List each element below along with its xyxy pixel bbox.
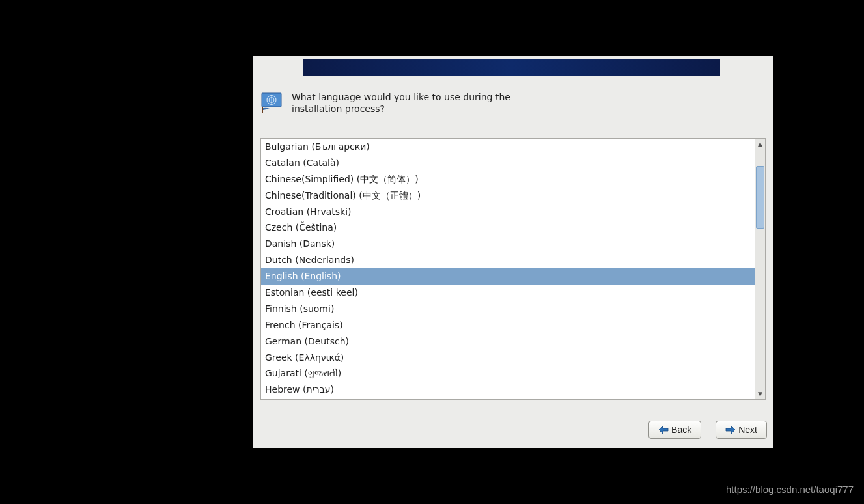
language-list[interactable]: Bulgarian (Български)Catalan (Català)Chi…	[261, 139, 755, 399]
language-option[interactable]: Catalan (Català)	[261, 155, 755, 171]
nav-button-row: Back Next	[648, 421, 767, 439]
scroll-up-arrow[interactable]: ▲	[755, 139, 765, 149]
language-option[interactable]: Chinese(Simplified) (中文（简体）)	[261, 171, 755, 188]
language-option[interactable]: Czech (Čeština)	[261, 219, 755, 236]
language-option[interactable]: French (Français)	[261, 317, 755, 333]
language-option[interactable]: Danish (Dansk)	[261, 236, 755, 252]
language-option[interactable]: Dutch (Nederlands)	[261, 252, 755, 268]
next-arrow-icon	[725, 425, 736, 434]
language-option[interactable]: Hindi (हिन्दी)	[261, 398, 755, 399]
scroll-down-arrow[interactable]: ▼	[755, 389, 765, 399]
language-option[interactable]: Greek (Ελληνικά)	[261, 350, 755, 366]
back-button[interactable]: Back	[648, 421, 701, 439]
language-option[interactable]: English (English)	[261, 268, 755, 285]
next-button[interactable]: Next	[716, 421, 767, 439]
back-label: Back	[671, 425, 691, 435]
language-option[interactable]: Hebrew (עברית)	[261, 382, 755, 398]
flag-icon	[260, 92, 284, 114]
language-option[interactable]: Estonian (eesti keel)	[261, 285, 755, 301]
scrollbar[interactable]: ▲ ▼	[755, 139, 765, 399]
language-list-wrapper: Bulgarian (Български)Catalan (Català)Chi…	[260, 138, 766, 400]
language-option[interactable]: Gujarati (ગુજરાતી)	[261, 365, 755, 382]
svg-rect-5	[262, 107, 263, 113]
scroll-thumb[interactable]	[756, 166, 764, 229]
header-banner	[303, 59, 720, 76]
back-arrow-icon	[658, 425, 669, 434]
prompt-row: What language would you like to use duri…	[260, 92, 513, 115]
watermark: https://blog.csdn.net/taoqi777	[726, 484, 854, 495]
language-option[interactable]: Finnish (suomi)	[261, 301, 755, 317]
installer-window: What language would you like to use duri…	[253, 56, 773, 448]
next-label: Next	[738, 425, 757, 435]
language-option[interactable]: Bulgarian (Български)	[261, 139, 755, 155]
language-option[interactable]: German (Deutsch)	[261, 333, 755, 350]
prompt-text: What language would you like to use duri…	[292, 92, 513, 115]
language-option[interactable]: Croatian (Hrvatski)	[261, 204, 755, 220]
language-option[interactable]: Chinese(Traditional) (中文（正體）)	[261, 188, 755, 204]
